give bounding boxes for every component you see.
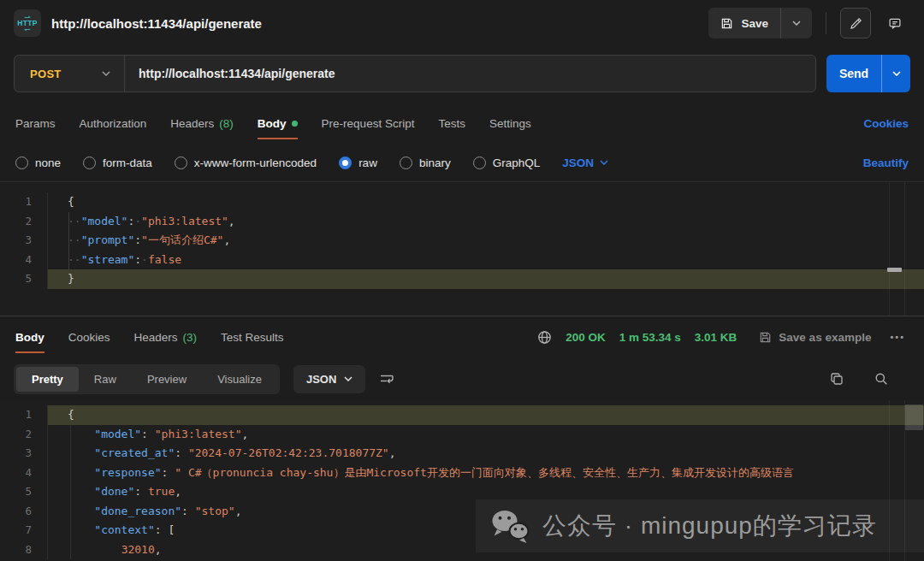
save-button[interactable]: Save xyxy=(708,8,780,38)
save-options-button[interactable] xyxy=(781,8,812,38)
response-toolbar: Pretty Raw Preview Visualize JSON xyxy=(0,357,924,400)
code-text[interactable]: { xyxy=(48,192,924,212)
view-tab-pretty[interactable]: Pretty xyxy=(16,367,79,392)
wrap-text-icon xyxy=(379,372,395,386)
line-number: 7 xyxy=(0,521,48,540)
body-mode-form-data[interactable]: form-data xyxy=(83,156,152,169)
tab-settings[interactable]: Settings xyxy=(489,103,531,144)
send-options-button[interactable] xyxy=(881,55,910,92)
radio-icon xyxy=(473,156,486,169)
view-tab-preview[interactable]: Preview xyxy=(132,367,202,392)
search-response-button[interactable] xyxy=(874,372,888,386)
save-as-example-button[interactable]: Save as example xyxy=(759,331,871,344)
body-mode-graphql[interactable]: GraphQL xyxy=(473,156,541,169)
code-text[interactable]: { xyxy=(48,405,924,425)
comments-button[interactable] xyxy=(880,8,910,38)
status-badge: 200 OK xyxy=(566,331,606,344)
code-text[interactable]: ··"model":·"phi3:latest", xyxy=(48,212,924,232)
wrap-text-button[interactable] xyxy=(379,372,395,386)
request-body-editor[interactable]: 1{2··"model":·"phi3:latest",3··"prompt":… xyxy=(0,181,924,316)
http-method-icon: ⇀ HTTP ↽ xyxy=(14,9,41,37)
response-time: 1 m 53.34 s xyxy=(619,331,681,344)
indent-guide xyxy=(70,425,71,559)
code-line[interactable]: 3 "created_at": "2024-07-26T02:42:23.701… xyxy=(0,444,924,464)
response-meta: 200 OK 1 m 53.34 s 3.01 KB Save as examp… xyxy=(537,316,909,357)
code-line[interactable]: 4··"stream":·false xyxy=(0,251,924,270)
code-line[interactable]: 5} xyxy=(0,269,924,289)
line-number: 3 xyxy=(0,444,48,464)
edit-pencil-icon xyxy=(850,17,862,30)
copy-response-button[interactable] xyxy=(830,372,844,386)
body-mode-none[interactable]: none xyxy=(15,156,61,169)
code-text[interactable]: } xyxy=(48,269,924,289)
send-button[interactable]: Send xyxy=(826,55,881,92)
wechat-icon xyxy=(489,508,530,544)
response-tab-body[interactable]: Body xyxy=(15,316,44,357)
url-input[interactable]: http://localhost:11434/api/generate xyxy=(125,67,335,80)
code-line[interactable]: 3··"prompt":"一句话介绍C#", xyxy=(0,231,924,251)
body-mode-binary[interactable]: binary xyxy=(400,156,451,169)
tab-tests[interactable]: Tests xyxy=(438,103,465,144)
scrollbar-thumb[interactable] xyxy=(887,268,902,272)
code-line[interactable]: 4 "response": " C#（pronuncia chay-shu）是由… xyxy=(0,464,924,483)
tab-body[interactable]: Body xyxy=(258,103,298,144)
view-tab-visualize[interactable]: Visualize xyxy=(202,367,277,392)
cookies-link[interactable]: Cookies xyxy=(863,117,909,130)
watermark: 公众号 · mingupup的学习记录 xyxy=(476,499,924,552)
tab-params[interactable]: Params xyxy=(15,103,56,144)
response-tab-headers[interactable]: Headers(3) xyxy=(134,316,198,357)
method-selector[interactable]: POST xyxy=(15,68,124,80)
chevron-down-icon xyxy=(344,376,352,381)
indent-guide xyxy=(68,212,69,269)
arrow-left-glyph: ↽ xyxy=(24,27,31,32)
response-tab-test-results[interactable]: Test Results xyxy=(221,316,284,357)
tab-headers[interactable]: Headers(8) xyxy=(170,103,234,144)
save-icon xyxy=(720,17,733,30)
line-number: 4 xyxy=(0,464,48,483)
line-number: 6 xyxy=(0,502,48,522)
response-view-switch: Pretty Raw Preview Visualize xyxy=(14,364,280,394)
response-size: 3.01 KB xyxy=(695,331,737,344)
radio-icon xyxy=(400,156,412,169)
code-line[interactable]: 1{ xyxy=(0,192,924,212)
request-header-bar: ⇀ HTTP ↽ http://localhost:11434/api/gene… xyxy=(0,0,924,46)
code-text[interactable]: ··"prompt":"一句话介绍C#", xyxy=(48,231,924,251)
body-mode-row: none form-data x-www-form-urlencoded raw… xyxy=(0,144,924,181)
code-text[interactable]: ··"stream":·false xyxy=(48,251,924,270)
code-line[interactable]: 1{ xyxy=(0,405,924,425)
body-mode-raw[interactable]: raw xyxy=(339,156,377,169)
save-button-group: Save xyxy=(708,8,812,38)
raw-language-select[interactable]: JSON xyxy=(562,156,608,169)
response-tab-cookies[interactable]: Cookies xyxy=(68,316,110,357)
response-headers-count-badge: (3) xyxy=(183,331,198,344)
line-number: 1 xyxy=(0,192,48,212)
code-text[interactable]: "response": " C#（pronuncia chay-shu）是由Mi… xyxy=(48,464,924,483)
line-number: 2 xyxy=(0,425,48,445)
line-number: 1 xyxy=(0,405,48,425)
beautify-link[interactable]: Beautify xyxy=(863,156,909,169)
chevron-down-icon xyxy=(600,160,608,165)
comment-icon xyxy=(888,17,902,30)
tab-pre-request-script[interactable]: Pre-request Script xyxy=(322,103,415,144)
tab-authorization[interactable]: Authorization xyxy=(80,103,147,144)
chevron-down-icon xyxy=(892,71,901,76)
line-number: 5 xyxy=(0,482,48,502)
globe-icon[interactable] xyxy=(537,330,552,345)
scrollbar-thumb[interactable] xyxy=(905,405,923,430)
copy-icon xyxy=(830,372,844,386)
line-number: 3 xyxy=(0,231,48,251)
more-options-button[interactable]: ••• xyxy=(890,332,905,342)
radio-icon xyxy=(175,156,187,169)
view-tab-raw[interactable]: Raw xyxy=(79,367,132,392)
code-line[interactable]: 2 "model": "phi3:latest", xyxy=(0,425,924,445)
code-text[interactable]: "created_at": "2024-07-26T02:42:23.70180… xyxy=(48,444,924,464)
edit-request-button[interactable] xyxy=(840,8,871,38)
request-url-row: POST http://localhost:11434/api/generate… xyxy=(0,46,924,103)
radio-icon xyxy=(15,156,28,169)
scrollbar-track xyxy=(889,182,890,316)
body-mode-x-www-form-urlencoded[interactable]: x-www-form-urlencoded xyxy=(175,156,317,169)
response-language-select[interactable]: JSON xyxy=(293,365,365,393)
code-text[interactable]: "model": "phi3:latest", xyxy=(48,425,924,445)
code-line[interactable]: 2··"model":·"phi3:latest", xyxy=(0,212,924,232)
request-title: http://localhost:11434/api/generate xyxy=(51,16,262,31)
